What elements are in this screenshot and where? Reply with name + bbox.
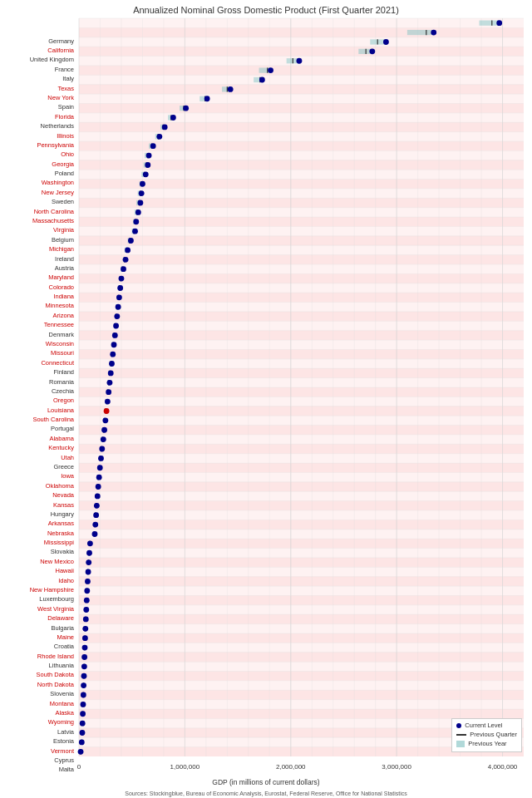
svg-point-193	[369, 48, 375, 54]
y-label-florida: Florida	[55, 114, 74, 121]
y-label-nebraska: Nebraska	[47, 530, 74, 537]
y-label-pennsylvania: Pennsylvania	[37, 142, 74, 149]
chart-container: Annualized Nominal Gross Domestic Produc…	[0, 0, 532, 798]
y-label-germany: Germany	[48, 38, 74, 45]
y-label-missouri: Missouri	[51, 351, 74, 357]
svg-point-328	[96, 475, 102, 480]
chart-title: Annualized Nominal Gross Domestic Produc…	[0, 0, 532, 17]
y-label-ohio: Ohio	[61, 152, 74, 159]
svg-rect-67	[79, 643, 524, 652]
y-label-massachusetts: Massachusetts	[32, 218, 74, 224]
y-label-malta: Malta	[59, 767, 74, 774]
svg-rect-56	[79, 539, 524, 548]
svg-point-187	[431, 30, 436, 36]
svg-point-241	[137, 200, 143, 206]
y-label-rhode-island: Rhode Island	[37, 653, 74, 660]
svg-point-196	[297, 58, 303, 64]
svg-point-301	[106, 389, 111, 395]
svg-rect-38	[79, 368, 524, 377]
y-axis-labels: GermanyCaliforniaUnited KingdomFranceIta…	[0, 18, 76, 756]
y-label-georgia: Georgia	[52, 161, 74, 168]
svg-point-292	[109, 361, 115, 367]
y-label-virginia: Virginia	[53, 228, 74, 234]
svg-point-361	[85, 579, 91, 584]
y-label-kansas: Kansas	[53, 502, 74, 509]
y-label-romania: Romania	[49, 379, 74, 386]
y-label-oregon: Oregon	[53, 398, 74, 405]
svg-point-286	[111, 342, 117, 347]
svg-point-226	[146, 153, 152, 159]
svg-rect-60	[79, 577, 524, 586]
legend-prev-quarter-label: Previous Quarter	[470, 731, 517, 738]
svg-point-247	[133, 219, 139, 224]
svg-point-409	[80, 730, 86, 736]
svg-point-244	[135, 209, 141, 215]
y-label-croatia: Croatia	[54, 644, 74, 651]
svg-rect-73	[79, 700, 524, 709]
svg-point-334	[95, 494, 101, 500]
y-label-new-mexico: New Mexico	[40, 559, 74, 565]
svg-rect-37	[79, 359, 524, 368]
x-tick-4: 4,000,000	[488, 763, 518, 771]
y-label-colorado: Colorado	[49, 284, 74, 291]
y-label-belgium: Belgium	[52, 237, 74, 244]
svg-point-235	[140, 181, 145, 187]
svg-rect-20	[79, 198, 524, 207]
svg-rect-70	[79, 672, 524, 681]
y-label-connecticut: Connecticut	[41, 360, 74, 367]
y-label-estonia: Estonia	[53, 738, 74, 745]
svg-point-190	[383, 39, 389, 45]
svg-point-208	[204, 96, 210, 101]
legend: Current Level Previous Quarter Previous …	[451, 718, 522, 752]
y-label-south-carolina: South Carolina	[32, 416, 74, 423]
svg-point-400	[81, 702, 86, 707]
svg-point-325	[97, 465, 103, 470]
svg-point-214	[170, 115, 176, 121]
y-label-west-virginia: West Virginia	[37, 606, 74, 613]
svg-point-271	[116, 294, 122, 300]
svg-point-229	[145, 162, 150, 168]
svg-point-274	[116, 304, 121, 310]
y-label-washington: Washington	[42, 180, 74, 187]
svg-rect-69	[79, 662, 524, 671]
legend-prev-year: Previous Year	[456, 740, 517, 747]
svg-rect-23	[79, 226, 524, 235]
svg-rect-72	[79, 690, 524, 699]
svg-rect-182	[480, 21, 500, 26]
y-label-czechia: Czechia	[52, 388, 74, 395]
y-label-cyprus: Cyprus	[54, 757, 74, 764]
svg-point-364	[84, 588, 90, 594]
svg-point-346	[92, 531, 98, 537]
svg-rect-35	[79, 340, 524, 349]
svg-rect-41	[79, 397, 524, 406]
svg-point-319	[99, 446, 105, 452]
svg-rect-71	[79, 681, 524, 690]
svg-point-259	[123, 257, 129, 263]
svg-point-262	[121, 266, 126, 272]
svg-rect-74	[79, 709, 524, 718]
x-tick-0: 0	[77, 763, 81, 771]
y-label-new-jersey: New Jersey	[42, 190, 74, 196]
svg-point-232	[143, 171, 149, 177]
svg-point-283	[112, 332, 118, 338]
svg-rect-26	[79, 255, 524, 264]
svg-rect-6	[79, 66, 524, 75]
svg-rect-28	[79, 273, 524, 283]
svg-point-277	[114, 313, 120, 319]
svg-point-280	[113, 323, 119, 329]
y-label-kentucky: Kentucky	[48, 445, 74, 451]
svg-rect-10	[79, 103, 524, 112]
svg-rect-9	[79, 94, 524, 103]
svg-rect-27	[79, 264, 524, 273]
svg-point-403	[80, 711, 86, 717]
svg-rect-21	[79, 208, 524, 217]
legend-prev-quarter: Previous Quarter	[456, 731, 517, 738]
current-dot	[456, 723, 461, 728]
x-axis: 01,000,0002,000,0003,000,0004,000,000	[79, 763, 524, 775]
source-label: Sources: Stockingblue, Bureau of Economi…	[0, 791, 532, 796]
svg-point-220	[156, 134, 162, 140]
svg-point-310	[102, 417, 108, 423]
svg-point-337	[94, 503, 100, 509]
y-label-arkansas: Arkansas	[48, 521, 74, 528]
svg-rect-3	[79, 37, 524, 47]
